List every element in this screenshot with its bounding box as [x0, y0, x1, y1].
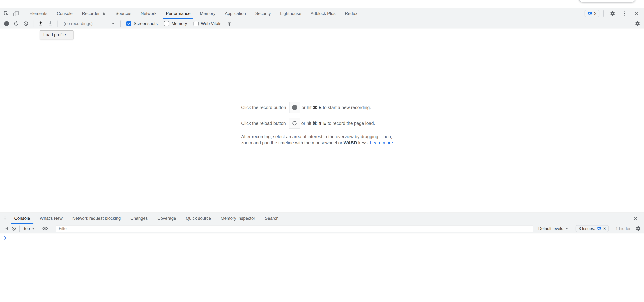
inspect-cursor-icon [3, 10, 10, 17]
tab-redux[interactable]: Redux [340, 8, 362, 19]
close-devtools-button[interactable] [632, 11, 641, 16]
drawer-tab-search[interactable]: Search [260, 213, 283, 224]
console-settings-button[interactable] [634, 225, 642, 233]
checkbox-checked-icon [126, 21, 131, 26]
drawer-more-tools-button[interactable] [1, 213, 9, 224]
levels-value: Default levels [538, 226, 563, 231]
drawer-tab-network-request-blocking[interactable]: Network request blocking [68, 213, 126, 224]
issues-bubble-icon [588, 11, 592, 16]
record-and-reload-button[interactable] [12, 19, 20, 28]
console-messages-area [0, 233, 644, 302]
inline-reload-button[interactable] [289, 118, 300, 129]
console-sidebar-toggle-button[interactable] [2, 225, 10, 233]
clear-console-button[interactable] [10, 225, 18, 233]
tab-label: Elements [30, 11, 48, 16]
flask-icon [102, 11, 106, 16]
reload-icon [292, 120, 298, 126]
checkbox-label: Screenshots [134, 21, 158, 26]
gear-icon [635, 21, 640, 26]
hint-text: zoom and pan the timeline with the mouse… [241, 140, 342, 145]
learn-more-link[interactable]: Learn more [370, 140, 393, 145]
close-icon [633, 216, 638, 221]
record-instruction-row: Click the record button or hit ⌘ E to st… [241, 102, 403, 113]
tab-recorder[interactable]: Recorder [77, 8, 111, 19]
clear-recording-button[interactable] [22, 19, 30, 28]
kebab-menu-icon [2, 216, 8, 221]
web-vitals-checkbox[interactable]: Web Vitals [194, 21, 222, 26]
tab-label: What's New [40, 216, 62, 221]
chevron-down-icon [32, 228, 35, 229]
record-circle-icon [292, 105, 298, 110]
e-key-glyph: E [323, 121, 326, 126]
empty-state-message: Click the record button or hit ⌘ E to st… [241, 102, 403, 146]
drawer-tab-changes[interactable]: Changes [126, 213, 152, 224]
memory-checkbox[interactable]: Memory [164, 21, 187, 26]
toolbar-separator [612, 226, 612, 232]
recordings-history-select[interactable]: (no recordings) [61, 20, 118, 28]
tab-console[interactable]: Console [52, 8, 77, 19]
tab-security[interactable]: Security [250, 8, 276, 19]
record-button[interactable] [2, 19, 11, 28]
drawer-tab-memory-inspector[interactable]: Memory Inspector [216, 213, 260, 224]
tab-adblock-plus[interactable]: Adblock Plus [306, 8, 340, 19]
instruction-text: or hit [302, 105, 312, 110]
kebab-menu-icon [622, 11, 627, 16]
clear-block-icon [23, 21, 28, 26]
tab-label: Network request blocking [72, 216, 120, 221]
trash-icon [227, 21, 232, 26]
tabbar-separator [23, 11, 23, 17]
tab-sources[interactable]: Sources [111, 8, 136, 19]
tab-application[interactable]: Application [220, 8, 250, 19]
hint-text: After recording, select an area of inter… [241, 134, 392, 139]
close-drawer-button[interactable] [631, 216, 640, 221]
devtools-drawer: Console What's New Network request block… [0, 213, 644, 302]
console-issues-button[interactable]: 3 Issues: 3 [576, 225, 609, 232]
load-profile-button[interactable] [36, 19, 45, 28]
tab-label: Lighthouse [280, 11, 301, 16]
drawer-tab-console[interactable]: Console [9, 213, 35, 224]
save-profile-button[interactable] [46, 19, 54, 28]
load-profile-tooltip: Load profile… [40, 30, 74, 39]
browser-pill-cutoff [578, 0, 636, 3]
instruction-text: Click the record button [241, 105, 286, 110]
toolbar-separator [58, 21, 58, 27]
toolbar-separator [120, 21, 121, 27]
tabbar-separator [604, 11, 604, 17]
issues-bubble-icon [597, 226, 602, 231]
tab-label: Coverage [158, 216, 176, 221]
javascript-context-select[interactable]: top [22, 226, 37, 231]
more-options-button[interactable] [620, 11, 629, 16]
collect-garbage-button[interactable] [225, 19, 234, 28]
tab-label: Changes [130, 216, 148, 221]
live-expression-button[interactable] [41, 225, 49, 233]
console-sidebar-icon [3, 226, 8, 231]
inspect-element-button[interactable] [2, 8, 11, 19]
screenshots-checkbox[interactable]: Screenshots [126, 21, 158, 26]
devtools-settings-button[interactable] [608, 11, 618, 16]
drawer-tab-quick-source[interactable]: Quick source [181, 213, 216, 224]
wasd-keys-glyph: WASD [344, 140, 357, 145]
performance-panel-body: Click the record button or hit ⌘ E to st… [0, 29, 644, 213]
console-filter-input[interactable] [56, 225, 533, 232]
capture-settings-button[interactable] [633, 19, 642, 28]
tab-performance[interactable]: Performance [161, 8, 195, 19]
drawer-tab-whats-new[interactable]: What's New [35, 213, 68, 224]
drawer-tab-coverage[interactable]: Coverage [152, 213, 181, 224]
console-prompt[interactable] [0, 236, 644, 240]
reload-instruction-row: Click the reload button or hit ⌘ ⇧ E to … [241, 118, 403, 129]
hidden-messages-label: 1 hidden [616, 226, 632, 231]
issues-count: 3 [594, 11, 596, 16]
tab-elements[interactable]: Elements [25, 8, 52, 19]
upload-arrow-icon [38, 21, 44, 27]
tab-label: Console [57, 11, 72, 16]
tab-label: Memory [200, 11, 216, 16]
toolbar-separator [33, 21, 34, 27]
close-icon [634, 11, 639, 16]
tab-network[interactable]: Network [136, 8, 161, 19]
log-levels-select[interactable]: Default levels [536, 226, 570, 231]
issues-counter-button[interactable]: 3 [584, 10, 600, 17]
tab-memory[interactable]: Memory [195, 8, 220, 19]
inline-record-button[interactable] [289, 102, 300, 113]
device-toolbar-button[interactable] [11, 8, 21, 19]
tab-lighthouse[interactable]: Lighthouse [276, 8, 306, 19]
